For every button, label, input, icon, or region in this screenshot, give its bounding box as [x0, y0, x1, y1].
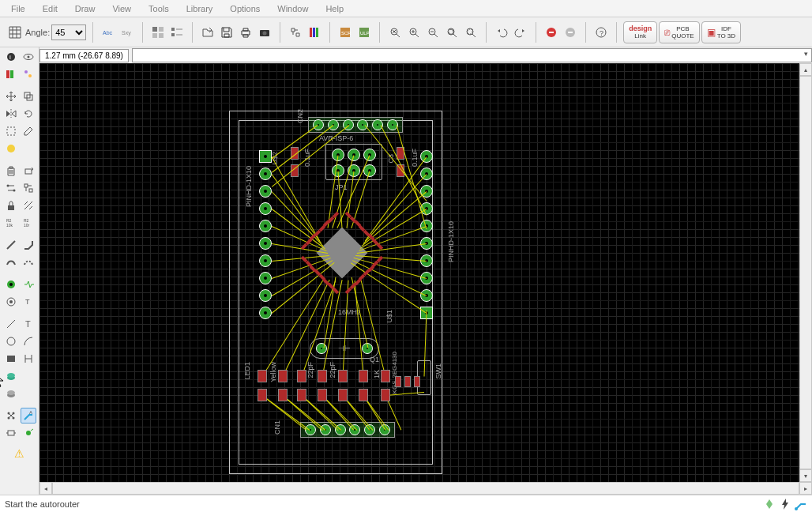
rotate-tool[interactable] [21, 106, 36, 122]
pcb-canvas[interactable]: CN2 AVR-ISP-6 JP1 PINHD-1X10 PINHD-1X10 … [39, 63, 812, 495]
r2-10r-tool[interactable]: R210r [21, 215, 36, 231]
dimension-tool[interactable] [21, 351, 36, 367]
smd-q1-0 [395, 376, 401, 387]
svg-rect-9 [176, 34, 182, 36]
redo-button[interactable] [512, 24, 529, 41]
help-button[interactable]: ? [592, 24, 610, 41]
change-tool[interactable] [21, 123, 36, 139]
hole-tool[interactable] [3, 294, 19, 310]
info-tool[interactable]: i [3, 49, 19, 65]
mark-tool[interactable] [21, 66, 36, 82]
open-button[interactable] [199, 24, 216, 41]
angle-select[interactable]: 45 [51, 24, 86, 40]
print-button[interactable] [237, 24, 254, 41]
smash-tool[interactable] [21, 198, 36, 213]
scroll-up-button[interactable]: ▴ [799, 63, 812, 76]
ripup-tool[interactable] [21, 254, 36, 270]
designlink-button[interactable]: designLink [623, 21, 657, 43]
zoom-fit-button[interactable] [386, 24, 404, 41]
undo-button[interactable] [493, 24, 510, 41]
route-tool[interactable] [3, 254, 19, 270]
add-tool[interactable] [21, 163, 36, 179]
svg-point-70 [7, 373, 15, 378]
menu-tools[interactable]: Tools [141, 2, 177, 16]
zoom-in-button[interactable] [405, 24, 423, 41]
mirror-tool[interactable] [3, 106, 19, 122]
attribute-tool[interactable]: T [21, 294, 36, 310]
menu-window[interactable]: Window [269, 2, 316, 16]
pad-left-6 [259, 254, 272, 267]
menu-library[interactable]: Library [179, 2, 221, 16]
copy-tool[interactable] [21, 88, 36, 104]
smd-bottom-3 [318, 389, 327, 401]
smd-q1-2 [414, 376, 420, 387]
scroll-down-button[interactable]: ▾ [799, 469, 812, 482]
zoom-redraw-button[interactable] [443, 24, 461, 41]
scroll-left-button[interactable]: ◂ [39, 482, 52, 495]
svg-rect-3 [159, 27, 164, 32]
pad-right-1 [420, 168, 433, 180]
go-button[interactable] [562, 24, 579, 41]
menu-file[interactable]: File [3, 2, 33, 16]
script-button[interactable]: SCR [336, 24, 354, 41]
svg-rect-6 [171, 28, 175, 31]
signal-tool[interactable] [21, 277, 36, 292]
layout-tiles-button[interactable] [149, 24, 167, 41]
menu-edit[interactable]: Edit [35, 2, 66, 16]
show-tool[interactable] [21, 49, 36, 65]
lock-tool[interactable] [3, 198, 19, 213]
group-tool[interactable] [3, 123, 19, 139]
text-tool[interactable]: T [21, 316, 36, 332]
pad-left-9 [259, 307, 272, 319]
errors-tool[interactable] [21, 425, 36, 441]
scroll-right-button[interactable]: ▸ [799, 482, 812, 495]
vertical-scrollbar[interactable]: ▴ ▾ [799, 63, 812, 482]
menu-options[interactable]: Options [222, 2, 268, 16]
ulp-button[interactable]: ULP [355, 24, 373, 41]
status-text: Start the autorouter [5, 499, 80, 509]
layout-list-button[interactable] [168, 24, 186, 41]
layers-button[interactable] [306, 24, 323, 41]
move-tool[interactable] [3, 88, 19, 104]
drc-tool[interactable] [3, 386, 19, 401]
menu-help[interactable]: Help [318, 2, 351, 16]
display-tool[interactable] [3, 66, 19, 82]
menu-draw[interactable]: Draw [67, 2, 103, 16]
erc-tool[interactable] [3, 425, 19, 441]
polygon-tool[interactable] [3, 316, 19, 332]
smd-c3-b [397, 164, 404, 177]
ratsnest-tool[interactable] [3, 368, 19, 384]
pinswap-tool[interactable] [3, 180, 19, 196]
wire-tool[interactable] [3, 237, 19, 253]
smd-c3-a [397, 147, 404, 160]
miter-tool[interactable] [21, 237, 36, 253]
pcbquote-button[interactable]: ⎚PCBQUOTE [659, 21, 699, 43]
zoom-out-button[interactable] [424, 24, 442, 41]
r2-10k-tool[interactable]: R210k [3, 215, 19, 231]
autoroute-tool[interactable]: A [21, 408, 36, 424]
paste-tool[interactable] [3, 141, 19, 156]
svg-point-45 [24, 70, 28, 73]
grid-button[interactable] [6, 24, 24, 41]
cam-button[interactable] [256, 24, 273, 41]
svg-rect-43 [6, 70, 9, 78]
svg-text:ULP: ULP [360, 31, 370, 36]
save-button[interactable] [218, 24, 235, 41]
meander-tool[interactable] [3, 408, 19, 424]
arc-tool[interactable] [21, 333, 36, 349]
menu-view[interactable]: View [104, 2, 139, 16]
via-tool[interactable] [3, 277, 19, 292]
schematic-switch-button[interactable] [287, 24, 304, 41]
horizontal-scrollbar[interactable]: ◂ ▸ [39, 482, 812, 495]
rect-tool[interactable] [3, 351, 19, 367]
stop-button[interactable] [543, 24, 560, 41]
abc-button[interactable]: Abc [100, 24, 117, 41]
layer-dropdown[interactable] [132, 48, 812, 62]
circle-tool[interactable] [3, 333, 19, 349]
coord-display: 1.27 mm (-26.67 8.89) [39, 49, 129, 62]
idf3d-button[interactable]: ▣IDFTO 3D [701, 21, 741, 43]
zoom-select-button[interactable] [462, 24, 479, 41]
sxy-button[interactable]: Sxy [118, 24, 136, 41]
replace-tool[interactable] [21, 180, 36, 196]
delete-tool[interactable] [3, 163, 19, 179]
